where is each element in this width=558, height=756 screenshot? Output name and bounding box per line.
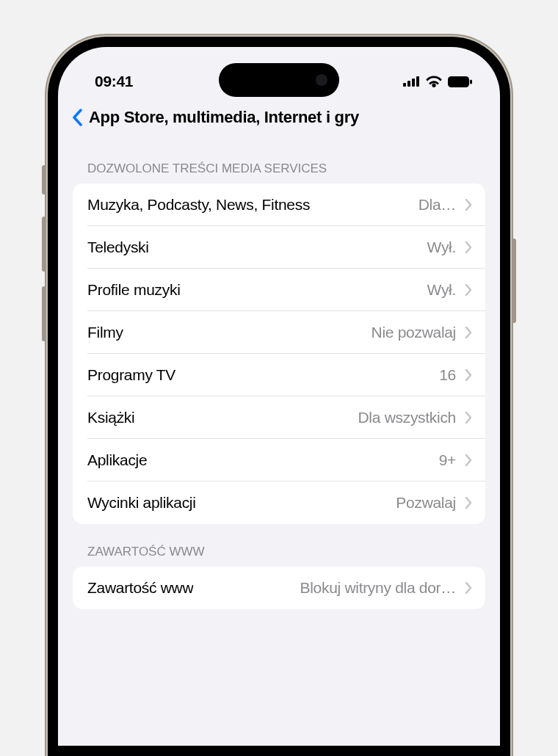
svg-rect-4: [448, 76, 469, 87]
row-music-podcasts[interactable]: Muzyka, Podcasty, News, Fitness Dla…: [73, 183, 485, 226]
row-label: Wycinki aplikacji: [87, 494, 196, 512]
phone-power-button: [512, 239, 516, 323]
row-value: Dla wszystkich: [358, 409, 457, 426]
section-header-web: ZAWARTOŚĆ WWW: [73, 524, 485, 567]
svg-rect-1: [407, 81, 410, 87]
back-button[interactable]: [70, 107, 84, 128]
nav-header: App Store, multimedia, Internet i gry: [58, 98, 500, 141]
row-music-videos[interactable]: Teledyski Wył.: [73, 226, 485, 269]
row-label: Programy TV: [87, 366, 175, 384]
page-title: App Store, multimedia, Internet i gry: [89, 108, 485, 127]
chevron-right-icon: [465, 198, 472, 211]
chevron-right-icon: [465, 326, 472, 339]
content-area: DOZWOLONE TREŚCI MEDIA SERVICES Muzyka, …: [58, 141, 500, 609]
row-label: Muzyka, Podcasty, News, Fitness: [87, 196, 310, 214]
svg-rect-5: [470, 79, 472, 84]
row-value: Pozwalaj: [396, 494, 456, 512]
row-label: Filmy: [87, 324, 123, 341]
chevron-right-icon: [465, 496, 472, 509]
settings-group-media: Muzyka, Podcasty, News, Fitness Dla… Tel…: [73, 183, 485, 524]
row-music-profiles[interactable]: Profile muzyki Wył.: [73, 269, 485, 311]
chevron-right-icon: [465, 454, 472, 467]
chevron-right-icon: [465, 368, 472, 382]
settings-group-web: Zawartość www Blokuj witryny dla dor…: [73, 567, 485, 609]
row-web-content[interactable]: Zawartość www Blokuj witryny dla dor…: [73, 567, 485, 609]
phone-screen: 09:41: [58, 47, 500, 746]
battery-icon: [448, 76, 472, 87]
row-tv[interactable]: Programy TV 16: [73, 354, 485, 396]
status-icons: [403, 76, 472, 87]
svg-rect-3: [416, 76, 419, 87]
row-label: Teledyski: [87, 239, 149, 256]
phone-frame: 09:41: [48, 37, 510, 756]
row-value: Wył.: [427, 239, 456, 256]
row-apps[interactable]: Aplikacje 9+: [73, 439, 485, 481]
row-value: Dla…: [418, 196, 456, 214]
row-value: 16: [439, 366, 456, 384]
row-label: Książki: [87, 409, 134, 426]
chevron-right-icon: [465, 241, 472, 254]
row-app-clips[interactable]: Wycinki aplikacji Pozwalaj: [73, 481, 485, 524]
cellular-icon: [403, 76, 420, 87]
row-movies[interactable]: Filmy Nie pozwalaj: [73, 311, 485, 354]
row-books[interactable]: Książki Dla wszystkich: [73, 396, 485, 439]
row-label: Profile muzyki: [87, 281, 181, 299]
dynamic-island: [219, 63, 339, 97]
svg-rect-0: [403, 83, 406, 87]
status-time: 09:41: [95, 73, 133, 90]
row-label: Aplikacje: [87, 451, 147, 469]
phone-volume-up-button: [42, 217, 46, 272]
page-background: 09:41: [0, 0, 558, 756]
phone-volume-down-button: [42, 286, 46, 341]
chevron-right-icon: [465, 411, 472, 424]
section-header-media: DOZWOLONE TREŚCI MEDIA SERVICES: [73, 141, 485, 183]
chevron-right-icon: [465, 581, 472, 595]
chevron-left-icon: [71, 109, 83, 126]
row-value: 9+: [439, 451, 456, 469]
row-value: Wył.: [427, 281, 456, 299]
svg-rect-2: [412, 79, 415, 87]
wifi-icon: [426, 76, 442, 87]
chevron-right-icon: [465, 283, 472, 297]
row-label: Zawartość www: [87, 579, 193, 597]
row-value: Nie pozwalaj: [372, 324, 456, 341]
phone-side-button: [42, 165, 46, 195]
row-value: Blokuj witryny dla dor…: [300, 579, 456, 597]
